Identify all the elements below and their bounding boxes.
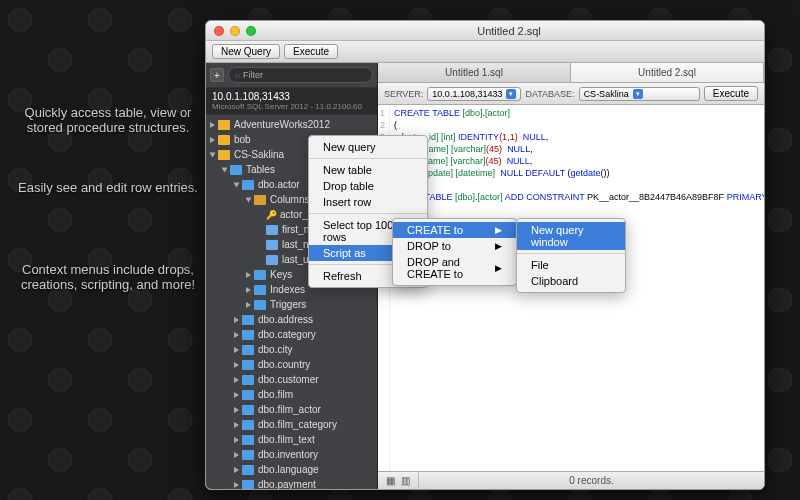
db-node[interactable]: AdventureWorks2012: [206, 117, 377, 132]
search-icon: ⌕: [235, 70, 240, 80]
table-node[interactable]: dbo.inventory: [206, 447, 377, 462]
menu-new-query[interactable]: New query: [309, 139, 427, 155]
db-label: DATABASE:: [525, 89, 574, 99]
folder-icon: [254, 300, 266, 310]
filter-placeholder: Filter: [243, 70, 263, 80]
folder-icon: [254, 270, 266, 280]
window-title: Untitled 2.sql: [262, 25, 756, 37]
chevron-right-icon: ▶: [495, 241, 502, 251]
database-icon: [218, 135, 230, 145]
menu-drop-to[interactable]: DROP to▶: [393, 238, 516, 254]
menu-drop-create-to[interactable]: DROP and CREATE to▶: [393, 254, 516, 282]
folder-icon: [242, 420, 254, 430]
table-node[interactable]: dbo.film_actor: [206, 402, 377, 417]
database-icon: [218, 120, 230, 130]
folder-icon: [242, 405, 254, 415]
table-node[interactable]: dbo.film: [206, 387, 377, 402]
table-node[interactable]: dbo.language: [206, 462, 377, 477]
menu-new-table[interactable]: New table: [309, 162, 427, 178]
folder-icon: [242, 330, 254, 340]
toolbar: New Query Execute: [206, 41, 764, 63]
server-select[interactable]: 10.0.1.108,31433▾: [427, 87, 521, 101]
table-node[interactable]: dbo.category: [206, 327, 377, 342]
column-icon: [266, 240, 278, 250]
table-node[interactable]: dbo.customer: [206, 372, 377, 387]
menu-separator: [309, 213, 427, 214]
menu-create-to[interactable]: CREATE to▶: [393, 222, 516, 238]
menu-clipboard[interactable]: Clipboard: [517, 273, 625, 289]
tab-untitled1[interactable]: Untitled 1.sql: [378, 63, 571, 82]
zoom-icon[interactable]: [246, 26, 256, 36]
menu-insert-row[interactable]: Insert row: [309, 194, 427, 210]
key-icon: 🔑: [266, 210, 277, 220]
table-node[interactable]: dbo.country: [206, 357, 377, 372]
submenu-create-to: New query window File Clipboard: [516, 218, 626, 293]
folder-icon: [254, 285, 266, 295]
titlebar[interactable]: Untitled 2.sql: [206, 21, 764, 41]
menu-separator: [517, 253, 625, 254]
promo-text-2: Easily see and edit row entries.: [8, 180, 208, 195]
folder-icon: [230, 165, 242, 175]
folder-icon: [242, 480, 254, 490]
folder-icon: [242, 315, 254, 325]
table-node[interactable]: dbo.city: [206, 342, 377, 357]
folder-icon: [242, 465, 254, 475]
connection-header[interactable]: 10.0.1.108,31433 Microsoft SQL Server 20…: [206, 88, 377, 115]
chevron-right-icon: ▶: [495, 225, 502, 235]
results-text-icon[interactable]: ▥: [401, 475, 410, 486]
database-icon: [218, 150, 230, 160]
tab-untitled2[interactable]: Untitled 2.sql: [571, 63, 764, 82]
table-node[interactable]: dbo.film_text: [206, 432, 377, 447]
table-node[interactable]: dbo.film_category: [206, 417, 377, 432]
folder-icon: [242, 360, 254, 370]
folder-icon: [242, 450, 254, 460]
menu-drop-table[interactable]: Drop table: [309, 178, 427, 194]
minimize-icon[interactable]: [230, 26, 240, 36]
folder-icon: [242, 435, 254, 445]
execute-button[interactable]: Execute: [284, 44, 338, 59]
column-icon: [266, 255, 278, 265]
filter-input[interactable]: ⌕ Filter: [228, 67, 373, 83]
add-connection-button[interactable]: +: [210, 68, 224, 82]
folder-icon: [242, 375, 254, 385]
chevron-right-icon: ▶: [495, 263, 502, 273]
new-query-button[interactable]: New Query: [212, 44, 280, 59]
record-count: 0 records.: [419, 475, 764, 486]
results-grid-icon[interactable]: ▦: [386, 475, 395, 486]
menu-new-query-window[interactable]: New query window: [517, 222, 625, 250]
status-bar: ▦ ▥ 0 records.: [378, 471, 764, 489]
database-select[interactable]: CS-Saklina▾: [579, 87, 700, 101]
server-label: SERVER:: [384, 89, 423, 99]
folder-icon: [254, 195, 266, 205]
execute-query-button[interactable]: Execute: [704, 86, 758, 101]
submenu-script-as: CREATE to▶ DROP to▶ DROP and CREATE to▶: [392, 218, 517, 286]
connection-bar: SERVER: 10.0.1.108,31433▾ DATABASE: CS-S…: [378, 83, 764, 105]
close-icon[interactable]: [214, 26, 224, 36]
table-node[interactable]: dbo.payment: [206, 477, 377, 489]
column-icon: [266, 225, 278, 235]
chevron-down-icon: ▾: [506, 89, 516, 99]
chevron-down-icon: ▾: [633, 89, 643, 99]
menu-separator: [309, 158, 427, 159]
editor-tabs: Untitled 1.sql Untitled 2.sql: [378, 63, 764, 83]
connection-sub: Microsoft SQL Server 2012 - 11.0.2100.60: [212, 102, 371, 111]
table-node[interactable]: dbo.address: [206, 312, 377, 327]
menu-file[interactable]: File: [517, 257, 625, 273]
folder-icon: [242, 345, 254, 355]
connection-name: 10.0.1.108,31433: [212, 91, 371, 102]
promo-text-3: Context menus include drops, creations, …: [8, 262, 208, 292]
triggers-node[interactable]: Triggers: [206, 297, 377, 312]
promo-text-1: Quickly access table, view or stored pro…: [8, 105, 208, 135]
folder-icon: [242, 390, 254, 400]
folder-icon: [242, 180, 254, 190]
